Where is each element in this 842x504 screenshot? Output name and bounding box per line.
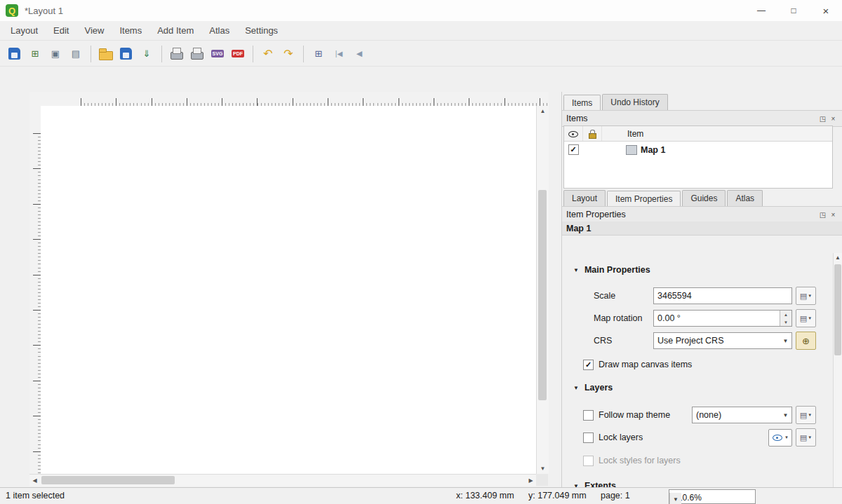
save-project-button[interactable] [117,45,135,63]
lock-layers-checkbox[interactable] [583,433,594,443]
redo-button-icon: ↷ [283,48,293,60]
item-properties-title: Item Properties [566,210,626,219]
save-as-template-button[interactable]: ⇓ [138,45,156,63]
follow-map-theme-checkbox[interactable] [583,410,594,421]
spin-down-icon[interactable]: ▼ [780,318,791,326]
scroll-up-arrow[interactable]: ▲ [537,106,549,116]
crs-dropdown[interactable]: Use Project CRS ▼ [653,332,792,349]
layout-canvas[interactable] [41,106,536,474]
lock-styles-label: Lock styles for layers [599,456,681,465]
crs-select-button[interactable]: ⊕ [796,332,816,350]
layers-group[interactable]: ▼ Layers [573,383,613,393]
undo-button-icon: ↶ [263,48,272,60]
dropdown-arrow-icon: ▼ [780,333,791,348]
new-layout-button-icon: ⊞ [32,49,39,58]
scroll-right-arrow[interactable]: ▶ [526,475,536,486]
menu-layout[interactable]: Layout [3,22,46,39]
first-feature-button-icon: |◀ [335,50,342,57]
collapse-triangle-icon: ▼ [573,267,579,273]
menu-view[interactable]: View [76,22,112,39]
actions-toolbar [0,66,842,93]
tab-items[interactable]: Items [563,95,601,111]
data-defined-override-button[interactable]: ▤ ▼ [796,287,816,305]
export-image-button[interactable] [188,45,206,63]
map-item-icon [626,145,637,155]
export-pdf-button[interactable]: PDF [229,45,247,63]
previous-feature-button[interactable]: ◀ [350,45,368,63]
item-label: Map 1 [641,145,665,155]
print-layout-button[interactable] [168,45,186,63]
main-properties-group[interactable]: ▼ Main Properties [573,265,650,275]
menu-atlas[interactable]: Atlas [201,22,237,39]
canvas-vertical-scrollbar[interactable]: ▲ ▼ [536,106,549,474]
layout-toolbar: ⊞▣▤⇓SVGPDF↶↷⊞|◀◀ [0,40,842,67]
scroll-down-arrow[interactable]: ▼ [537,463,549,474]
item-visibility-checkbox[interactable] [568,144,579,155]
data-defined-override-button[interactable]: ▤ ▼ [796,309,816,327]
map-item-preview [41,106,536,474]
qgis-logo-icon: Q [6,4,18,17]
map-rotation-spinbox[interactable]: 0.00 ° ▲ ▼ [653,310,792,327]
layer-visibility-button[interactable]: ▼ [768,429,792,447]
tab-item-properties[interactable]: Item Properties [607,191,681,207]
window-title: *Layout 1 [25,6,63,16]
panel-scroll-thumb[interactable] [834,264,841,355]
scroll-up-arrow[interactable]: ▲ [834,253,842,262]
data-defined-override-button[interactable]: ▤ ▼ [796,428,816,447]
menu-settings[interactable]: Settings [237,22,286,39]
layout-manager-button[interactable]: ▤ [67,45,85,63]
close-panel-icon[interactable]: × [828,115,838,123]
preview-atlas-button[interactable]: ⊞ [309,45,328,63]
tab-guides[interactable]: Guides [682,190,726,206]
float-panel-icon[interactable]: ◳ [817,115,828,123]
extents-group[interactable]: ▼ Extents [573,481,616,487]
first-feature-button[interactable]: |◀ [330,45,348,63]
canvas-horizontal-scrollbar[interactable]: ◀ ▶ [29,474,536,486]
map-theme-dropdown[interactable]: (none) ▼ [692,407,792,423]
lock-layers-row: Lock layers ▼ ▤ ▼ [562,429,834,446]
override-icon: ▤ [800,314,807,323]
undo-button[interactable]: ↶ [259,45,277,63]
save-layout-button[interactable] [6,45,24,63]
vertical-scroll-thumb[interactable] [538,190,547,400]
tab-atlas[interactable]: Atlas [727,190,763,206]
redo-button[interactable]: ↷ [279,45,298,63]
tab-undo-history[interactable]: Undo History [602,94,667,110]
new-layout-button[interactable]: ⊞ [26,45,44,63]
zoom-level-combo[interactable]: 110.6% ▼ [669,489,756,504]
crs-globe-icon: ⊕ [802,336,810,346]
duplicate-layout-button[interactable]: ▣ [46,45,65,63]
table-row[interactable]: Map 1 [564,142,832,158]
horizontal-ruler [29,92,549,107]
menu-edit[interactable]: Edit [46,22,76,39]
toolbar-separator [303,46,304,62]
scroll-left-arrow[interactable]: ◀ [29,475,40,486]
scale-input[interactable]: 3465594 [653,287,792,304]
float-panel-icon[interactable]: ◳ [817,211,828,219]
qgis-layout-window: Q *Layout 1 — □ × LayoutEditViewItemsAdd… [0,0,842,504]
maximize-button[interactable]: □ [777,0,810,21]
minimize-button[interactable]: — [745,0,777,21]
top-panel-tabs: Items Undo History [563,94,668,110]
previous-feature-button-icon: ◀ [356,50,362,57]
close-panel-icon[interactable]: × [828,211,838,219]
panel-scrollbar[interactable]: ▲ [833,253,842,487]
collapse-triangle-icon: ▼ [573,385,579,391]
spin-up-icon[interactable]: ▲ [780,311,791,318]
menu-add-item[interactable]: Add Item [149,22,201,39]
horizontal-scroll-thumb[interactable] [41,476,175,484]
close-button[interactable]: × [810,0,842,21]
dropdown-arrow-icon[interactable]: ▼ [669,493,681,504]
draw-canvas-items-row: Draw map canvas items [562,356,834,373]
export-svg-button[interactable]: SVG [208,45,227,63]
menu-items[interactable]: Items [112,22,149,39]
data-defined-override-button[interactable]: ▤ ▼ [796,406,816,424]
preview-atlas-button-icon: ⊞ [315,49,323,58]
item-properties-scroll-area: ▼ Main Properties Scale 3465594 ▤ ▼ Map … [562,253,834,487]
tab-layout[interactable]: Layout [563,190,606,206]
draw-map-canvas-items-checkbox[interactable] [583,360,594,370]
map-rotation-row: Map rotation 0.00 ° ▲ ▼ ▤ ▼ [562,310,834,327]
scale-label: Scale [594,291,615,301]
lock-styles-checkbox[interactable] [583,456,594,466]
open-folder-button[interactable] [97,45,115,63]
